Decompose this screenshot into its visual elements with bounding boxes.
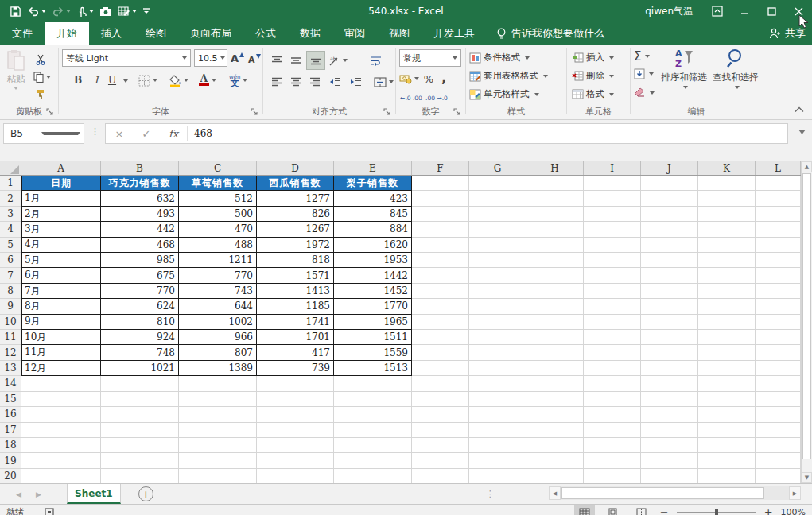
cell-H14[interactable] — [526, 376, 584, 391]
cell-J20[interactable] — [641, 469, 698, 484]
row-header-7[interactable]: 7 — [0, 268, 21, 283]
cell-C14[interactable] — [179, 376, 257, 391]
cell-A20[interactable] — [21, 469, 101, 484]
cell-J4[interactable] — [641, 222, 698, 237]
fill-button[interactable] — [634, 68, 654, 79]
cell-B16[interactable] — [101, 407, 179, 422]
phonetic-dropdown-icon[interactable] — [243, 79, 247, 82]
col-header-E[interactable]: E — [334, 161, 412, 175]
cell-F15[interactable] — [412, 392, 469, 407]
fill-color-dropdown-icon[interactable] — [184, 79, 188, 82]
row-header-4[interactable]: 4 — [0, 222, 21, 237]
close-button[interactable] — [785, 0, 812, 22]
cell-D16[interactable] — [257, 407, 334, 422]
cell-A12[interactable]: 11月 — [21, 345, 101, 360]
cell-E16[interactable] — [334, 407, 412, 422]
cell-I12[interactable] — [584, 345, 641, 360]
cell-J14[interactable] — [641, 376, 698, 391]
cell-I8[interactable] — [584, 284, 641, 299]
cell-H4[interactable] — [526, 222, 584, 237]
row-header-13[interactable]: 13 — [0, 361, 21, 376]
cell-E8[interactable]: 1452 — [334, 284, 412, 299]
tab-view[interactable]: 视图 — [377, 22, 422, 45]
align-middle-button[interactable] — [287, 52, 305, 69]
cell-D18[interactable] — [257, 438, 334, 453]
cell-A16[interactable] — [21, 407, 101, 422]
cell-E14[interactable] — [334, 376, 412, 391]
cell-B11[interactable]: 924 — [101, 330, 179, 345]
cell-H15[interactable] — [526, 392, 584, 407]
cell-B18[interactable] — [101, 438, 179, 453]
cell-L11[interactable] — [756, 330, 801, 345]
underline-dropdown-icon[interactable] — [123, 79, 128, 83]
tab-data[interactable]: 数据 — [288, 22, 332, 45]
cell-K2[interactable] — [698, 191, 756, 206]
cell-J19[interactable] — [641, 453, 698, 468]
col-header-B[interactable]: B — [101, 161, 179, 175]
cell-C17[interactable] — [179, 423, 257, 438]
cancel-button[interactable]: × — [106, 128, 133, 140]
camera-icon[interactable] — [98, 2, 114, 20]
cell-D3[interactable]: 826 — [257, 207, 334, 222]
cell-F6[interactable] — [412, 253, 469, 268]
cell-J17[interactable] — [641, 423, 698, 438]
cell-G10[interactable] — [469, 315, 526, 330]
cell-B7[interactable]: 675 — [101, 268, 179, 283]
cell-F14[interactable] — [412, 376, 469, 391]
cell-F12[interactable] — [412, 345, 469, 360]
cell-styles-button[interactable]: 单元格样式 — [469, 85, 539, 103]
row-header-18[interactable]: 18 — [0, 438, 21, 453]
accounting-dropdown-icon[interactable] — [414, 77, 419, 80]
cell-H1[interactable] — [526, 176, 584, 191]
cell-L16[interactable] — [756, 407, 801, 422]
cell-L19[interactable] — [756, 453, 801, 468]
scroll-left-icon[interactable]: ◀ — [549, 486, 561, 500]
cell-J8[interactable] — [641, 284, 698, 299]
cell-K10[interactable] — [698, 315, 756, 330]
increase-indent-button[interactable] — [346, 73, 365, 91]
row-header-15[interactable]: 15 — [0, 392, 21, 407]
tab-draw[interactable]: 绘图 — [134, 22, 178, 45]
insert-function-button[interactable]: fx — [160, 128, 187, 140]
cell-E13[interactable]: 1513 — [334, 361, 412, 376]
tab-page-layout[interactable]: 页面布局 — [178, 22, 243, 45]
row-header-10[interactable]: 10 — [0, 315, 21, 330]
cell-F5[interactable] — [412, 238, 469, 253]
cell-I16[interactable] — [584, 407, 641, 422]
cell-J5[interactable] — [641, 238, 698, 253]
cell-B9[interactable]: 624 — [101, 299, 179, 314]
macro-record-icon[interactable] — [45, 508, 54, 515]
cell-A18[interactable] — [21, 438, 101, 453]
cell-L12[interactable] — [756, 345, 801, 360]
cell-H6[interactable] — [526, 253, 584, 268]
cell-A19[interactable] — [21, 453, 101, 468]
grow-font-button[interactable]: A — [231, 49, 244, 67]
borders-dropdown-icon[interactable] — [153, 79, 157, 82]
alignment-dialog-launcher-icon[interactable] — [383, 108, 392, 117]
increase-decimal-button[interactable]: ←.0 .00 — [399, 89, 423, 106]
expand-formula-bar-icon[interactable] — [798, 130, 806, 134]
cell-A2[interactable]: 1月 — [21, 191, 101, 206]
cell-C5[interactable]: 488 — [179, 238, 257, 253]
cell-J16[interactable] — [641, 407, 698, 422]
italic-button[interactable]: I — [91, 72, 102, 89]
cell-I9[interactable] — [584, 299, 641, 314]
cell-F9[interactable] — [412, 299, 469, 314]
cell-C11[interactable]: 966 — [179, 330, 257, 345]
cell-I10[interactable] — [584, 315, 641, 330]
cell-H2[interactable] — [526, 191, 584, 206]
cell-L14[interactable] — [756, 376, 801, 391]
cell-D19[interactable] — [257, 453, 334, 468]
cell-G15[interactable] — [469, 392, 526, 407]
cell-H16[interactable] — [526, 407, 584, 422]
cell-J7[interactable] — [641, 268, 698, 283]
cell-E3[interactable]: 845 — [334, 207, 412, 222]
cell-D9[interactable]: 1185 — [257, 299, 334, 314]
cell-D8[interactable]: 1413 — [257, 284, 334, 299]
sort-filter-dropdown-icon[interactable] — [683, 86, 688, 89]
cell-E10[interactable]: 1965 — [334, 315, 412, 330]
row-header-6[interactable]: 6 — [0, 253, 21, 268]
cell-F10[interactable] — [412, 315, 469, 330]
cell-C8[interactable]: 743 — [179, 284, 257, 299]
cell-J11[interactable] — [641, 330, 698, 345]
